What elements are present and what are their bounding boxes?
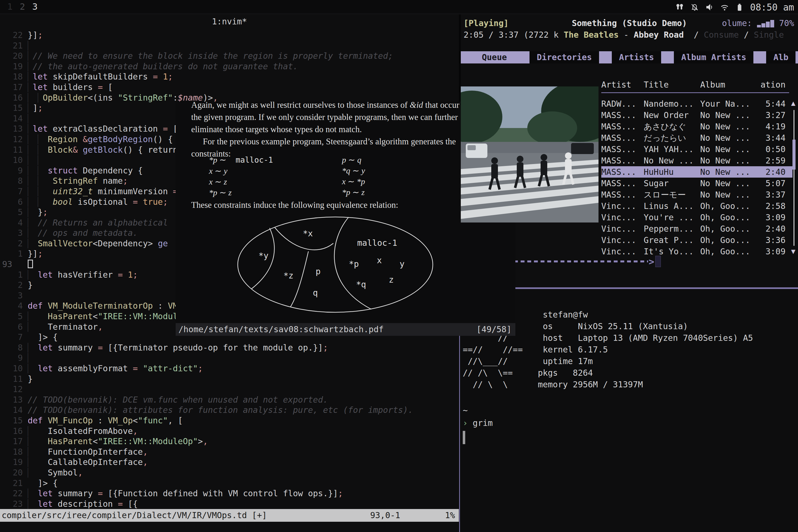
code-token: , — [203, 436, 208, 446]
queue-row[interactable]: MASS...HuHuHuNo New ...2:40 — [601, 166, 793, 177]
clock[interactable]: 08:50 am — [750, 2, 794, 13]
code-line[interactable]: 21▏ — [0, 40, 459, 51]
queue-row[interactable]: MASS...SugarNo New ...5:07 — [601, 177, 793, 189]
queue-header-rule — [601, 92, 789, 93]
queue-cell: だったらい — [644, 132, 700, 144]
code-line[interactable]: 17▏ HasParent<"IREE::VM::ModuleOp">, — [0, 436, 459, 446]
workspace-3[interactable]: 3 — [33, 1, 38, 12]
code-text: ▏ let hasVerifier = 1; — [28, 270, 138, 280]
code-token: ▏ — [28, 363, 38, 373]
code-token: x — [209, 166, 215, 175]
pdf-page-indicator: [49/58] — [477, 323, 512, 336]
code-token: ▏ ▏ — [28, 176, 43, 186]
line-number: 21 — [0, 40, 28, 51]
code-token: uint32_t — [53, 187, 93, 196]
player-tab-bar: QueueDirectoriesArtistsAlbum ArtistsAlb — [461, 51, 798, 63]
code-line[interactable]: 14// TODO(benvanik): attributes for func… — [0, 405, 459, 415]
workspace-1[interactable]: 1 — [7, 1, 13, 12]
notifications-off-icon[interactable] — [690, 3, 699, 12]
code-line[interactable]: 13// TODO(benvanik): DCE vm.func when un… — [0, 395, 459, 405]
code-text: ▏// We need to ensure the block inside t… — [28, 51, 393, 61]
code-line[interactable]: 9▏ — [0, 353, 459, 363]
code-line[interactable]: 20▏ Symbol, — [0, 468, 459, 478]
queue-row[interactable]: RADW...Nandemo...Your Na...5:44 — [601, 98, 793, 110]
code-token: ∼ — [215, 166, 222, 175]
terminal-tab-title[interactable]: 1:nvim* — [0, 17, 459, 26]
svg-text:*q: *q — [356, 280, 366, 289]
code-line[interactable]: 23▏ let description = [{ — [0, 499, 459, 509]
queue-row[interactable]: Vinc...You're ...Oh, Goo...3:09 — [601, 212, 793, 223]
code-line[interactable]: 17▏let builders = [ — [0, 82, 459, 93]
code-line[interactable]: 10▏ let assemblyFormat = "attr-dict"; — [0, 363, 459, 374]
status-bar: 1 2 3 — [0, 0, 798, 14]
code-token — [43, 176, 53, 186]
wifi-icon[interactable] — [720, 3, 729, 12]
code-token: FunctionOpInterface — [33, 447, 143, 457]
code-text: ▏ ▏ struct Dependency { — [28, 166, 143, 175]
code-line[interactable]: 21 ]> { — [0, 478, 459, 489]
code-line[interactable]: 16▏ ▏OpBuilder<(ins "StringRef":$name)>, — [0, 93, 459, 103]
code-line[interactable]: 22▏ let summary = [{Function defined wit… — [0, 488, 459, 499]
queue-row[interactable]: MASS...No New ...No New ...2:59 — [601, 155, 793, 166]
code-line[interactable]: 22}]; — [0, 30, 459, 40]
queue-row[interactable]: Vinc...It's Yo...Oh, Goo...3:09 — [601, 246, 793, 257]
code-token: ∼ — [220, 155, 226, 164]
line-number: 9 — [0, 353, 28, 363]
tab-artists[interactable]: Artists — [612, 51, 661, 63]
tab-alb[interactable]: Alb — [766, 51, 796, 63]
queue-row[interactable]: Vinc...Linus A...Oh, Goo...2:58 — [601, 200, 793, 212]
queue-list[interactable]: RADW...Nandemo...Your Na...5:44MASS...Ne… — [601, 98, 793, 257]
statusline-position: 93,0-1 — [370, 509, 400, 522]
code-line[interactable]: 11} — [0, 374, 459, 384]
code-line[interactable]: 18▏let skipDefaultBuilders = 1; — [0, 72, 459, 82]
code-line[interactable]: 20▏// We need to ensure the block inside… — [0, 51, 459, 61]
line-number: 21 — [0, 478, 28, 489]
queue-row[interactable]: MASS...New OrderNo New ...3:27 — [601, 110, 793, 121]
code-line[interactable]: 16▏ IsolatedFromAbove, — [0, 426, 459, 436]
tab-queue[interactable]: Queue — [472, 51, 517, 63]
code-token: = — [98, 82, 103, 92]
battery-icon[interactable] — [735, 3, 744, 12]
terminal-cursor-block — [655, 256, 661, 267]
queue-row[interactable]: MASS...スローモーNo New ...3:37 — [601, 189, 793, 200]
queue-cell: RADW... — [601, 98, 644, 110]
code-token: ]> { — [28, 478, 58, 488]
earbuds-icon[interactable] — [675, 3, 684, 12]
volume-indicator[interactable]: olume: 70% — [722, 18, 794, 28]
code-text: ]> { — [28, 332, 58, 342]
queue-row[interactable]: MASS...YAH YAH...No New ...0:50 — [601, 144, 793, 155]
scrollbar-up-icon[interactable]: ▲ — [791, 99, 796, 107]
code-text: ▏ let description = [{ — [28, 499, 138, 509]
code-token: , — [98, 322, 103, 332]
queue-row[interactable]: MASS...あさひなぐNo New ...4:19 — [601, 121, 793, 132]
line-number: 14 — [0, 113, 28, 124]
code-line[interactable]: 19▏ CallableOpInterface, — [0, 457, 459, 468]
code-line[interactable]: 15def VM_FuncOp : VM_Op<"func", [ — [0, 415, 459, 426]
queue-scrollbar-thumb[interactable] — [793, 140, 796, 170]
queue-cell: MASS... — [601, 177, 644, 189]
workspace-2[interactable]: 2 — [20, 1, 25, 12]
pdf-paragraphs: Again, we might as well restrict ourselv… — [191, 102, 501, 160]
queue-row[interactable]: Vinc...Great P...Oh, Goo...3:36 — [601, 234, 793, 246]
code-token: z — [226, 188, 232, 197]
code-token: ∼ — [348, 155, 355, 164]
line-number: 1 — [0, 270, 28, 280]
code-line[interactable]: 19▏// the auto-generated builders do not… — [0, 61, 459, 72]
tab-directories[interactable]: Directories — [530, 51, 599, 63]
code-token: ▏ — [28, 124, 33, 134]
queue-row[interactable]: MASS...だったらいNo New ...3:44 — [601, 132, 793, 144]
queue-scrollbar-track[interactable] — [794, 110, 794, 246]
speaker-icon[interactable] — [705, 3, 714, 12]
scrollbar-down-icon[interactable]: ▼ — [791, 247, 796, 255]
code-line[interactable]: 12 — [0, 384, 459, 395]
tab-album-artists[interactable]: Album Artists — [674, 51, 754, 63]
code-token: *p — [209, 155, 220, 164]
code-token: = — [163, 124, 168, 134]
statusline-percent: 1% — [445, 509, 455, 522]
code-token: , — [78, 468, 83, 477]
queue-row[interactable]: Vinc...Pepperm...Oh, Goo...2:40 — [601, 223, 793, 234]
code-line[interactable]: 8▏ let summary = [{Terminator pseudo-op … — [0, 342, 459, 353]
line-number: 3 — [0, 228, 28, 238]
shell-prompt[interactable]: › grim — [463, 418, 493, 428]
code-line[interactable]: 18▏ FunctionOpInterface, — [0, 446, 459, 457]
